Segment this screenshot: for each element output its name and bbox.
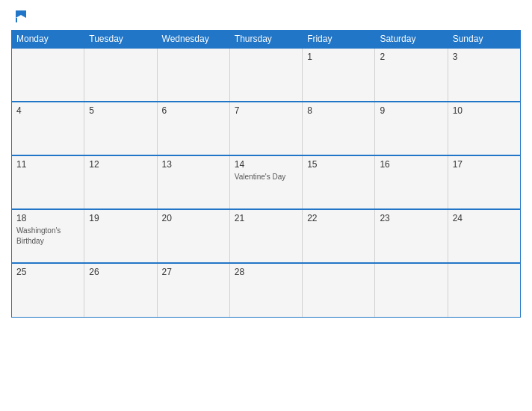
day-number: 8 [307, 105, 370, 116]
day-number: 17 [453, 159, 516, 170]
calendar-cell: 14Valentine's Day [229, 155, 302, 209]
weekday-header-monday: Monday [12, 31, 84, 49]
calendar-cell [375, 263, 448, 317]
calendar-cell: 6 [157, 102, 229, 155]
day-number: 15 [307, 159, 370, 170]
calendar-cell: 19 [84, 209, 157, 263]
calendar-cell: 20 [157, 209, 229, 263]
weekday-header-thursday: Thursday [229, 31, 302, 49]
day-number: 9 [380, 105, 442, 116]
calendar-cell: 17 [448, 155, 520, 209]
day-number: 24 [453, 213, 516, 223]
logo [11, 7, 29, 24]
calendar-cell: 16 [375, 155, 448, 209]
calendar-cell: 7 [229, 102, 302, 155]
week-row-4: 18Washington's Birthday192021222324 [12, 209, 521, 263]
calendar-cell: 22 [303, 209, 375, 263]
calendar-cell: 27 [157, 263, 229, 317]
day-number: 25 [16, 267, 79, 277]
calendar-cell: 13 [157, 155, 229, 209]
weekday-header-wednesday: Wednesday [157, 31, 229, 49]
day-number: 11 [16, 159, 79, 170]
weekday-header-saturday: Saturday [375, 31, 448, 49]
day-number: 26 [89, 267, 152, 277]
weekday-header-sunday: Sunday [448, 31, 520, 49]
day-number: 5 [89, 105, 152, 116]
day-number: 12 [89, 159, 152, 170]
day-number: 6 [162, 105, 225, 116]
day-number: 19 [89, 213, 152, 223]
calendar-cell: 24 [448, 209, 520, 263]
day-number: 4 [16, 105, 79, 116]
day-number: 16 [380, 159, 442, 170]
week-row-3: 11121314Valentine's Day151617 [12, 155, 521, 209]
svg-marker-0 [16, 10, 26, 18]
week-row-5: 25262728 [12, 263, 521, 317]
calendar-cell [84, 48, 157, 102]
day-number: 10 [453, 105, 516, 116]
calendar-cell [303, 263, 375, 317]
calendar-cell: 3 [448, 48, 520, 102]
svg-rect-1 [16, 18, 17, 22]
day-number: 28 [235, 267, 297, 277]
calendar-cell: 18Washington's Birthday [12, 209, 84, 263]
weekday-header-friday: Friday [303, 31, 375, 49]
day-number: 1 [307, 52, 370, 62]
calendar-cell: 10 [448, 102, 520, 155]
weekday-header-row: MondayTuesdayWednesdayThursdayFridaySatu… [12, 31, 521, 49]
event-label: Washington's Birthday [16, 226, 61, 245]
calendar-cell: 26 [84, 263, 157, 317]
calendar-cell: 25 [12, 263, 84, 317]
calendar-cell [229, 48, 302, 102]
calendar-cell: 23 [375, 209, 448, 263]
day-number: 13 [162, 159, 225, 170]
week-row-2: 45678910 [12, 102, 521, 155]
calendar-cell: 9 [375, 102, 448, 155]
week-row-1: 123 [12, 48, 521, 102]
day-number: 22 [307, 213, 370, 223]
calendar-cell: 21 [229, 209, 302, 263]
calendar-cell [448, 263, 520, 317]
calendar-cell: 28 [229, 263, 302, 317]
day-number: 18 [16, 213, 79, 223]
day-number: 27 [162, 267, 225, 277]
calendar-cell: 8 [303, 102, 375, 155]
calendar-header [11, 7, 521, 30]
event-label: Valentine's Day [235, 173, 285, 181]
calendar-cell: 15 [303, 155, 375, 209]
calendar-cell [12, 48, 84, 102]
weekday-header-tuesday: Tuesday [84, 31, 157, 49]
calendar-table: MondayTuesdayWednesdayThursdayFridaySatu… [11, 30, 521, 318]
day-number: 21 [235, 213, 297, 223]
calendar-cell: 1 [303, 48, 375, 102]
day-number: 20 [162, 213, 225, 223]
day-number: 23 [380, 213, 442, 223]
day-number: 3 [453, 52, 516, 62]
calendar-cell [157, 48, 229, 102]
calendar-cell: 5 [84, 102, 157, 155]
logo-icon [13, 7, 29, 24]
calendar-cell: 11 [12, 155, 84, 209]
day-number: 7 [235, 105, 297, 116]
calendar-cell: 12 [84, 155, 157, 209]
calendar-cell: 4 [12, 102, 84, 155]
calendar-cell: 2 [375, 48, 448, 102]
day-number: 2 [380, 52, 442, 62]
calendar-container: MondayTuesdayWednesdayThursdayFridaySatu… [0, 0, 532, 411]
day-number: 14 [235, 159, 297, 170]
